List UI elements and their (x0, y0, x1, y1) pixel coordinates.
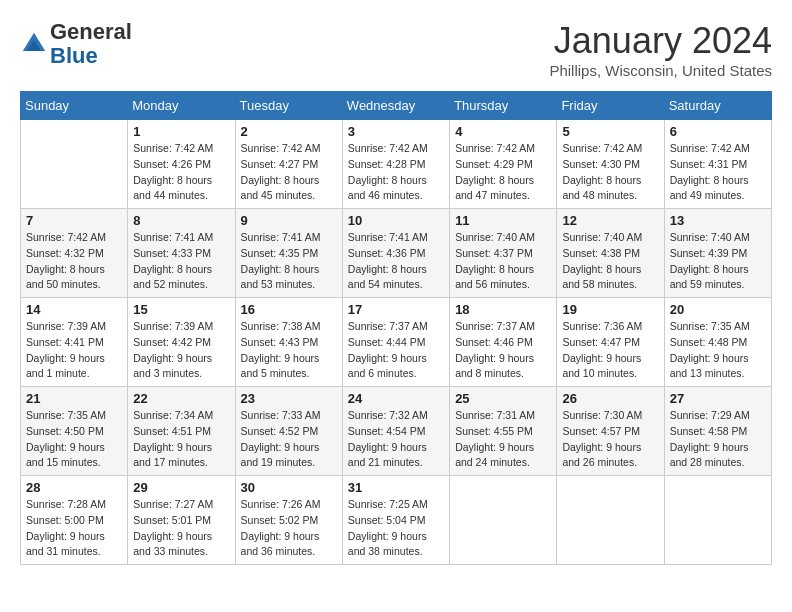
calendar-day-cell: 16Sunrise: 7:38 AMSunset: 4:43 PMDayligh… (235, 298, 342, 387)
day-number: 5 (562, 124, 658, 139)
day-info: Sunrise: 7:41 AMSunset: 4:33 PMDaylight:… (133, 230, 229, 293)
day-info: Sunrise: 7:35 AMSunset: 4:50 PMDaylight:… (26, 408, 122, 471)
logo-general-text: General (50, 19, 132, 44)
day-number: 10 (348, 213, 444, 228)
calendar-week-row: 28Sunrise: 7:28 AMSunset: 5:00 PMDayligh… (21, 476, 772, 565)
calendar-day-cell: 5Sunrise: 7:42 AMSunset: 4:30 PMDaylight… (557, 120, 664, 209)
weekday-header: Sunday (21, 92, 128, 120)
day-number: 3 (348, 124, 444, 139)
logo-blue-text: Blue (50, 43, 98, 68)
calendar-day-cell: 17Sunrise: 7:37 AMSunset: 4:44 PMDayligh… (342, 298, 449, 387)
day-number: 4 (455, 124, 551, 139)
weekday-header: Thursday (450, 92, 557, 120)
day-info: Sunrise: 7:42 AMSunset: 4:30 PMDaylight:… (562, 141, 658, 204)
calendar-table: SundayMondayTuesdayWednesdayThursdayFrid… (20, 91, 772, 565)
day-info: Sunrise: 7:42 AMSunset: 4:31 PMDaylight:… (670, 141, 766, 204)
calendar-day-cell: 8Sunrise: 7:41 AMSunset: 4:33 PMDaylight… (128, 209, 235, 298)
calendar-day-cell: 27Sunrise: 7:29 AMSunset: 4:58 PMDayligh… (664, 387, 771, 476)
calendar-day-cell: 10Sunrise: 7:41 AMSunset: 4:36 PMDayligh… (342, 209, 449, 298)
day-number: 21 (26, 391, 122, 406)
day-info: Sunrise: 7:34 AMSunset: 4:51 PMDaylight:… (133, 408, 229, 471)
day-number: 7 (26, 213, 122, 228)
day-info: Sunrise: 7:25 AMSunset: 5:04 PMDaylight:… (348, 497, 444, 560)
day-info: Sunrise: 7:37 AMSunset: 4:44 PMDaylight:… (348, 319, 444, 382)
calendar-day-cell: 18Sunrise: 7:37 AMSunset: 4:46 PMDayligh… (450, 298, 557, 387)
day-number: 24 (348, 391, 444, 406)
calendar-day-cell: 23Sunrise: 7:33 AMSunset: 4:52 PMDayligh… (235, 387, 342, 476)
calendar-week-row: 14Sunrise: 7:39 AMSunset: 4:41 PMDayligh… (21, 298, 772, 387)
calendar-day-cell: 22Sunrise: 7:34 AMSunset: 4:51 PMDayligh… (128, 387, 235, 476)
calendar-day-cell (664, 476, 771, 565)
calendar-day-cell: 13Sunrise: 7:40 AMSunset: 4:39 PMDayligh… (664, 209, 771, 298)
day-info: Sunrise: 7:28 AMSunset: 5:00 PMDaylight:… (26, 497, 122, 560)
location-subtitle: Phillips, Wisconsin, United States (549, 62, 772, 79)
day-number: 20 (670, 302, 766, 317)
day-number: 17 (348, 302, 444, 317)
day-info: Sunrise: 7:38 AMSunset: 4:43 PMDaylight:… (241, 319, 337, 382)
calendar-header-row: SundayMondayTuesdayWednesdayThursdayFrid… (21, 92, 772, 120)
calendar-week-row: 21Sunrise: 7:35 AMSunset: 4:50 PMDayligh… (21, 387, 772, 476)
day-number: 15 (133, 302, 229, 317)
day-info: Sunrise: 7:29 AMSunset: 4:58 PMDaylight:… (670, 408, 766, 471)
day-number: 9 (241, 213, 337, 228)
day-info: Sunrise: 7:40 AMSunset: 4:39 PMDaylight:… (670, 230, 766, 293)
logo: General Blue (20, 20, 132, 68)
day-info: Sunrise: 7:42 AMSunset: 4:27 PMDaylight:… (241, 141, 337, 204)
weekday-header: Tuesday (235, 92, 342, 120)
logo-icon (20, 30, 48, 58)
calendar-day-cell: 19Sunrise: 7:36 AMSunset: 4:47 PMDayligh… (557, 298, 664, 387)
month-title: January 2024 (549, 20, 772, 62)
calendar-week-row: 7Sunrise: 7:42 AMSunset: 4:32 PMDaylight… (21, 209, 772, 298)
day-number: 12 (562, 213, 658, 228)
day-info: Sunrise: 7:35 AMSunset: 4:48 PMDaylight:… (670, 319, 766, 382)
calendar-day-cell: 24Sunrise: 7:32 AMSunset: 4:54 PMDayligh… (342, 387, 449, 476)
day-info: Sunrise: 7:36 AMSunset: 4:47 PMDaylight:… (562, 319, 658, 382)
day-number: 16 (241, 302, 337, 317)
day-info: Sunrise: 7:40 AMSunset: 4:37 PMDaylight:… (455, 230, 551, 293)
calendar-day-cell: 2Sunrise: 7:42 AMSunset: 4:27 PMDaylight… (235, 120, 342, 209)
day-number: 30 (241, 480, 337, 495)
day-info: Sunrise: 7:40 AMSunset: 4:38 PMDaylight:… (562, 230, 658, 293)
day-info: Sunrise: 7:42 AMSunset: 4:26 PMDaylight:… (133, 141, 229, 204)
calendar-day-cell (557, 476, 664, 565)
day-info: Sunrise: 7:42 AMSunset: 4:29 PMDaylight:… (455, 141, 551, 204)
calendar-day-cell: 15Sunrise: 7:39 AMSunset: 4:42 PMDayligh… (128, 298, 235, 387)
day-number: 23 (241, 391, 337, 406)
calendar-day-cell: 25Sunrise: 7:31 AMSunset: 4:55 PMDayligh… (450, 387, 557, 476)
title-block: January 2024 Phillips, Wisconsin, United… (549, 20, 772, 79)
day-number: 6 (670, 124, 766, 139)
day-number: 29 (133, 480, 229, 495)
day-number: 22 (133, 391, 229, 406)
day-number: 26 (562, 391, 658, 406)
day-number: 31 (348, 480, 444, 495)
calendar-day-cell: 29Sunrise: 7:27 AMSunset: 5:01 PMDayligh… (128, 476, 235, 565)
day-number: 27 (670, 391, 766, 406)
calendar-day-cell: 4Sunrise: 7:42 AMSunset: 4:29 PMDaylight… (450, 120, 557, 209)
day-number: 8 (133, 213, 229, 228)
weekday-header: Friday (557, 92, 664, 120)
calendar-week-row: 1Sunrise: 7:42 AMSunset: 4:26 PMDaylight… (21, 120, 772, 209)
day-number: 18 (455, 302, 551, 317)
page-header: General Blue January 2024 Phillips, Wisc… (20, 20, 772, 79)
day-info: Sunrise: 7:27 AMSunset: 5:01 PMDaylight:… (133, 497, 229, 560)
day-number: 11 (455, 213, 551, 228)
day-info: Sunrise: 7:32 AMSunset: 4:54 PMDaylight:… (348, 408, 444, 471)
day-info: Sunrise: 7:30 AMSunset: 4:57 PMDaylight:… (562, 408, 658, 471)
calendar-day-cell: 9Sunrise: 7:41 AMSunset: 4:35 PMDaylight… (235, 209, 342, 298)
calendar-day-cell: 21Sunrise: 7:35 AMSunset: 4:50 PMDayligh… (21, 387, 128, 476)
calendar-day-cell (21, 120, 128, 209)
day-info: Sunrise: 7:39 AMSunset: 4:41 PMDaylight:… (26, 319, 122, 382)
day-number: 14 (26, 302, 122, 317)
day-info: Sunrise: 7:41 AMSunset: 4:36 PMDaylight:… (348, 230, 444, 293)
weekday-header: Wednesday (342, 92, 449, 120)
calendar-day-cell: 1Sunrise: 7:42 AMSunset: 4:26 PMDaylight… (128, 120, 235, 209)
day-info: Sunrise: 7:26 AMSunset: 5:02 PMDaylight:… (241, 497, 337, 560)
calendar-day-cell: 6Sunrise: 7:42 AMSunset: 4:31 PMDaylight… (664, 120, 771, 209)
calendar-day-cell: 3Sunrise: 7:42 AMSunset: 4:28 PMDaylight… (342, 120, 449, 209)
calendar-day-cell: 11Sunrise: 7:40 AMSunset: 4:37 PMDayligh… (450, 209, 557, 298)
day-number: 25 (455, 391, 551, 406)
day-info: Sunrise: 7:41 AMSunset: 4:35 PMDaylight:… (241, 230, 337, 293)
day-number: 13 (670, 213, 766, 228)
weekday-header: Saturday (664, 92, 771, 120)
calendar-day-cell (450, 476, 557, 565)
